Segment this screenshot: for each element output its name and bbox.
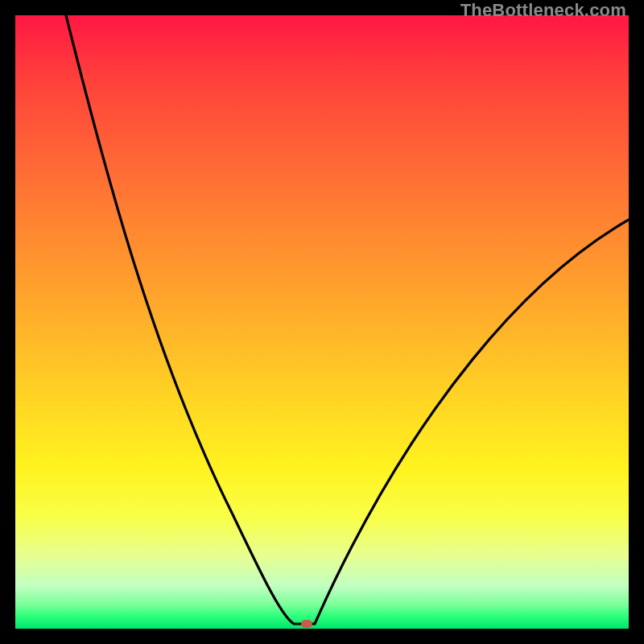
bottleneck-curve xyxy=(15,15,629,629)
optimal-point-marker xyxy=(301,620,312,628)
plot-area xyxy=(15,15,629,629)
watermark-text: TheBottleneck.com xyxy=(460,0,626,21)
curve-path xyxy=(66,15,629,624)
chart-frame: TheBottleneck.com xyxy=(0,0,644,644)
